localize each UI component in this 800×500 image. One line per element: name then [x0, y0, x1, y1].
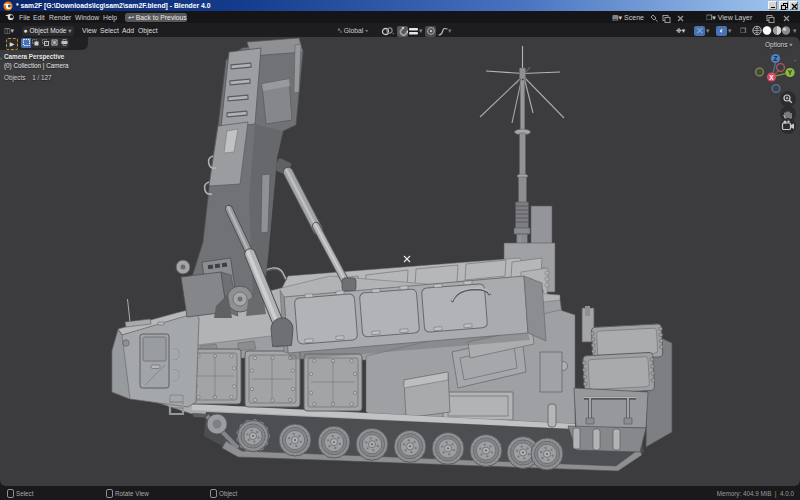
svg-text:Z: Z	[774, 55, 778, 62]
svg-text:X: X	[769, 74, 774, 81]
svg-text:Y: Y	[788, 69, 793, 76]
